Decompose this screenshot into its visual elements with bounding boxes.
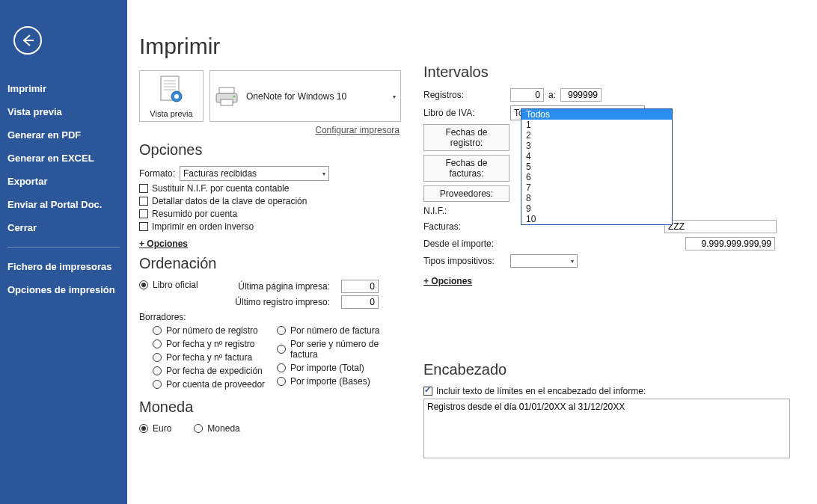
radio-label: Por fecha de expedición [166,366,263,376]
radio-importe-bases[interactable]: Por importe (Bases) [277,376,401,387]
registros-label: Registros: [423,90,506,100]
tipos-impositivos-select[interactable]: ▾ [510,254,578,268]
printer-selector[interactable]: OneNote for Windows 10 ▾ [209,70,401,122]
check-resumido-cuenta[interactable]: Resumido por cuenta [139,209,401,219]
sidebar-item-enviar-portal[interactable]: Enviar al Portal Doc. [0,193,127,216]
borradores-label: Borradores: [139,312,401,322]
fechas-registro-button[interactable]: Fechas de registro: [423,124,510,151]
ultima-pagina-input[interactable] [341,280,379,293]
sidebar-item-opciones-impresion[interactable]: Opciones de impresión [0,278,127,301]
radio-label: Por serie y número de factura [290,339,401,360]
dropdown-item-8[interactable]: 8 [521,193,672,203]
moneda-heading: Moneda [139,399,401,416]
dropdown-item-1[interactable]: 1 [521,120,672,130]
facturas-to-input[interactable] [664,220,777,233]
formato-label: Formato: [139,168,175,179]
registros-to-input[interactable] [560,88,602,102]
sidebar-item-exportar[interactable]: Exportar [0,170,127,193]
sidebar-item-imprimir[interactable]: Imprimir [0,77,127,100]
mas-opciones-intervalos-link[interactable]: + Opciones [423,276,472,286]
sidebar-item-fichero-impresoras[interactable]: Fichero de impresoras [0,255,127,278]
registros-from-input[interactable] [510,88,544,102]
sidebar-item-cerrar[interactable]: Cerrar [0,216,127,239]
check-detallar-clave[interactable]: Detallar datos de la clave de operación [139,196,401,206]
radio-num-factura[interactable]: Por número de factura [277,325,401,336]
printer-name: OneNote for Windows 10 [246,91,346,102]
sidebar-item-generar-excel[interactable]: Generar en EXCEL [0,147,127,170]
radio-icon [153,366,162,375]
chevron-down-icon: ▾ [322,170,325,177]
radio-icon [139,424,148,433]
svg-point-10 [233,95,236,97]
check-orden-inverso[interactable]: Imprimir en orden inverso [139,221,401,232]
configurar-impresora-link[interactable]: Configurar impresora [315,125,400,135]
sidebar-item-generar-pdf[interactable]: Generar en PDF [0,123,127,147]
libro-iva-dropdown[interactable]: Todos 1 2 3 4 5 6 7 8 9 10 [521,108,673,225]
formato-select[interactable]: Facturas recibidas ▾ [180,166,329,181]
encabezado-textarea[interactable] [423,399,790,458]
dropdown-item-7[interactable]: 7 [521,182,672,193]
radio-icon [153,380,162,389]
radio-icon [139,280,148,289]
radio-libro-oficial[interactable]: Libro oficial [139,280,221,290]
sidebar-item-vista-previa[interactable]: Vista previa [0,100,127,123]
dropdown-item-todos[interactable]: Todos [521,109,672,120]
radio-label: Por fecha y nº factura [166,352,252,363]
radio-euro[interactable]: Euro [139,423,171,434]
radio-icon [277,345,286,354]
radio-serie-num-factura[interactable]: Por serie y número de factura [277,339,401,360]
check-incluir-limites[interactable]: Incluir texto de límites en el encabezad… [423,386,798,396]
svg-rect-9 [221,99,233,105]
proveedores-button[interactable]: Proveedores: [423,185,510,202]
radio-fecha-factura[interactable]: Por fecha y nº factura [153,352,277,363]
opciones-heading: Opciones [139,141,401,159]
radio-label: Por número de registro [166,325,258,336]
intervalos-heading: Intervalos [423,64,798,81]
right-column: Intervalos Registros: a: Libro de IVA: T… [423,34,798,504]
radio-fecha-registro[interactable]: Por fecha y nº registro [153,339,277,349]
ultimo-registro-input[interactable] [341,295,379,309]
svg-rect-7 [219,87,234,93]
check-label: Detallar datos de la clave de operación [152,196,307,206]
printer-icon [215,86,239,107]
document-preview-icon [159,76,184,105]
radio-num-registro[interactable]: Por número de registro [153,325,277,336]
dropdown-item-3[interactable]: 3 [521,141,672,151]
dropdown-item-6[interactable]: 6 [521,172,672,182]
back-button[interactable] [13,26,42,55]
chevron-down-icon: ▾ [393,93,396,99]
radio-fecha-expedicion[interactable]: Por fecha de expedición [153,366,277,376]
mas-opciones-link[interactable]: + Opciones [139,239,188,249]
fechas-facturas-button[interactable]: Fechas de facturas: [423,155,510,182]
page-title: Imprimir [139,34,401,59]
main-content: Imprimir Vista previa [127,0,817,504]
arrow-left-icon [20,33,35,48]
dropdown-item-4[interactable]: 4 [521,151,672,162]
formato-value: Facturas recibidas [183,168,257,179]
vista-previa-button[interactable]: Vista previa [139,70,204,122]
dropdown-item-2[interactable]: 2 [521,130,672,141]
desde-importe-label: Desde el importe: [423,239,506,249]
checkbox-icon [139,209,148,218]
radio-label: Por fecha y nº registro [166,339,254,349]
checkbox-icon [139,184,148,193]
importe-to-input[interactable] [685,237,775,251]
radio-moneda[interactable]: Moneda [194,423,239,434]
left-column: Imprimir Vista previa [139,34,401,504]
sidebar-separator [7,247,120,248]
facturas-label: Facturas: [423,221,506,232]
dropdown-item-5[interactable]: 5 [521,162,672,172]
radio-cuenta-proveedor[interactable]: Por cuenta de proveedor [153,379,277,390]
check-label: Incluir texto de límites en el encabezad… [436,386,646,396]
check-sustituir-nif[interactable]: Sustituir N.I.F. por cuenta contable [139,183,401,194]
radio-importe-total[interactable]: Por importe (Total) [277,363,401,373]
dropdown-item-9[interactable]: 9 [521,203,672,214]
dropdown-item-10[interactable]: 10 [521,214,672,224]
svg-point-6 [174,94,179,99]
radio-label: Por cuenta de proveedor [166,379,265,390]
radio-label: Libro oficial [153,280,198,290]
radio-label: Moneda [207,423,239,434]
check-label: Sustituir N.I.F. por cuenta contable [152,183,289,194]
radio-icon [153,326,162,335]
radio-icon [277,363,286,372]
